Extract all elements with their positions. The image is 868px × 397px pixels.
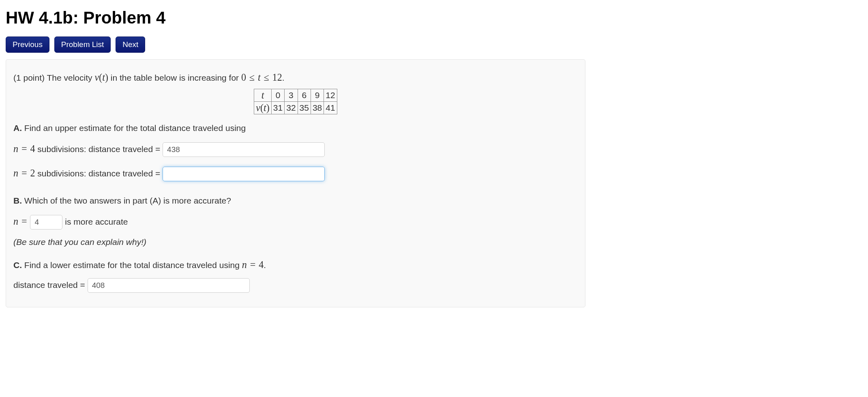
problem-list-button[interactable]: Problem List [54,36,111,53]
part-c-line: distance traveled = [13,276,578,294]
t-4: 12 [324,89,337,102]
t-2: 6 [298,89,311,102]
table-row: t 0 3 6 9 12 [254,89,337,102]
previous-button[interactable]: Previous [6,36,49,53]
eq-op: = [21,216,28,227]
n4-distance-input[interactable] [163,142,325,157]
part-b-n-input[interactable] [30,215,62,230]
part-a-heading: A. Find an upper estimate for the total … [13,122,578,135]
vt-3: 38 [311,102,324,114]
t-3: 9 [311,89,324,102]
range-rhs: 12 [272,72,282,83]
vt-2: 35 [298,102,311,114]
intro-mid: in the table below is increasing for [108,73,241,82]
intro-lead: The velocity [47,73,95,82]
part-a-n4-line: n = 4 subdivisions: distance traveled = [13,139,578,159]
n4-suffix: subdivisions: distance traveled = [35,144,163,154]
vt-0: 31 [271,102,284,114]
t-0: 0 [271,89,284,102]
row-label-t: t [254,89,272,102]
range-op2: ≤ [263,72,270,83]
part-b-suffix: is more accurate [65,217,128,226]
part-a-n2-line: n = 2 subdivisions: distance traveled = [13,163,578,184]
n2-suffix: subdivisions: distance traveled = [35,169,163,178]
row-label-vt: v(t) [254,102,272,114]
part-b-text: Which of the two answers in part (A) is … [22,196,231,205]
eq-op: = [21,167,28,178]
points-label: (1 point) [13,73,47,82]
n-var: n [13,143,18,154]
partc-n-val: 4 [259,259,264,270]
nav-buttons: Previous Problem List Next [6,36,862,53]
vt-1: 32 [285,102,298,114]
n-var: n [13,216,18,227]
dist-label: distance traveled = [13,280,88,290]
part-b-heading: B. Which of the two answers in part (A) … [13,194,578,207]
page-title: HW 4.1b: Problem 4 [6,8,862,28]
vt-4: 41 [324,102,337,114]
range-op1: ≤ [249,72,255,83]
n4-val: 4 [30,143,35,154]
problem-body: (1 point) The velocity v(t) in the table… [6,59,585,307]
n-var: n [13,167,18,178]
eq-op: = [21,143,28,154]
n2-distance-input[interactable] [163,167,325,181]
intro-period: . [282,73,285,82]
part-b-note: (Be sure that you can explain why!) [13,236,578,249]
part-c-lead: Find a lower estimate for the total dist… [22,260,242,270]
n-var: n [242,259,247,270]
part-a-label: A. [13,123,22,133]
n2-val: 2 [30,167,35,178]
part-c-heading: C. Find a lower estimate for the total d… [13,258,578,272]
velocity-table: t 0 3 6 9 12 v(t) 31 32 35 38 41 [254,89,337,114]
part-b-line: n = is more accurate [13,211,578,232]
next-button[interactable]: Next [116,36,145,53]
table-row: v(t) 31 32 35 38 41 [254,102,337,114]
partc-period: . [264,260,266,270]
part-c-label: C. [13,260,22,270]
part-b-label: B. [13,196,22,205]
part-c-distance-input[interactable] [88,278,250,293]
range-lhs: 0 [241,72,246,83]
range-var: t [258,72,261,83]
part-a-text: Find an upper estimate for the total dis… [22,123,246,133]
t-1: 3 [285,89,298,102]
eq-op: = [249,259,257,270]
problem-intro: (1 point) The velocity v(t) in the table… [13,70,578,85]
